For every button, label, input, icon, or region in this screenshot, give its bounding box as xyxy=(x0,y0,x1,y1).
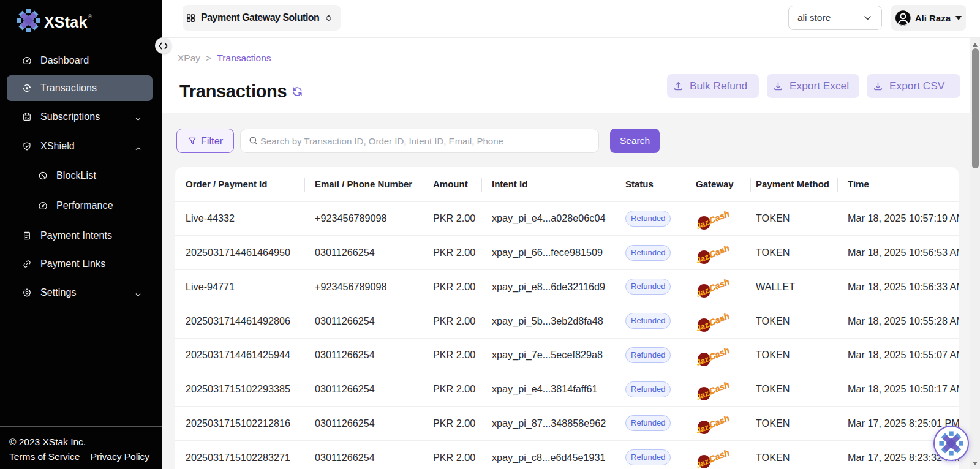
svg-text:Cash: Cash xyxy=(707,345,731,362)
svg-text:Cash: Cash xyxy=(707,448,731,465)
svg-text:Cash: Cash xyxy=(707,379,731,396)
svg-text:Cash: Cash xyxy=(707,311,731,328)
svg-text:Cash: Cash xyxy=(707,277,731,294)
svg-text:Cash: Cash xyxy=(707,242,731,260)
svg-text:Cash: Cash xyxy=(707,209,731,226)
svg-text:Cash: Cash xyxy=(707,413,731,430)
